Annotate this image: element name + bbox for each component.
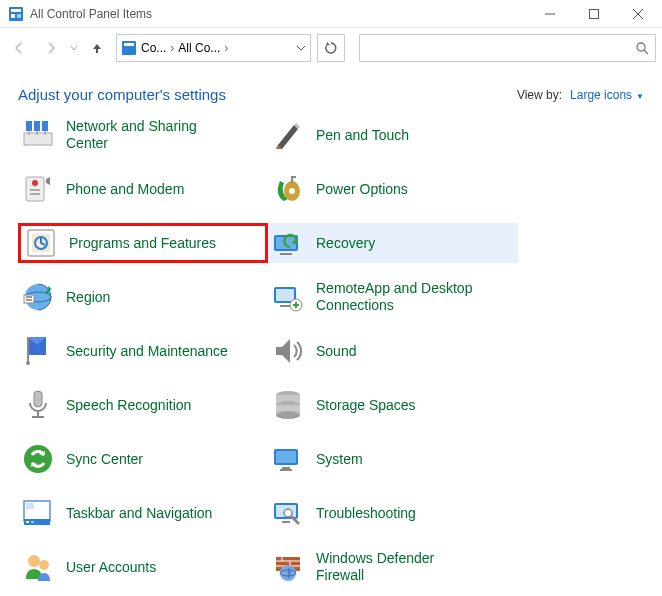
close-button[interactable] xyxy=(616,0,660,28)
svg-rect-1 xyxy=(11,9,21,12)
item-label: Speech Recognition xyxy=(66,397,191,414)
item-label: Troubleshooting xyxy=(316,505,416,522)
item-speech[interactable]: Speech Recognition xyxy=(18,385,268,425)
recovery-icon xyxy=(270,225,306,261)
maximize-button[interactable] xyxy=(572,0,616,28)
search-box[interactable] xyxy=(359,34,656,62)
item-label: Taskbar and Navigation xyxy=(66,505,212,522)
svg-rect-5 xyxy=(590,9,599,18)
item-label: Pen and Touch xyxy=(316,127,409,144)
address-bar[interactable]: Co... › All Co... › xyxy=(116,34,311,62)
svg-point-10 xyxy=(637,43,645,51)
network-sharing-icon xyxy=(20,117,56,153)
viewby-label: View by: xyxy=(517,88,562,102)
item-label: Recovery xyxy=(316,235,375,252)
control-panel-crumb-icon xyxy=(121,40,137,56)
region-icon xyxy=(20,279,56,315)
item-firewall[interactable]: Windows Defender Firewall xyxy=(268,547,518,587)
crumb-control-panel[interactable]: Co... xyxy=(141,41,166,55)
titlebar: All Control Panel Items xyxy=(0,0,662,28)
control-panel-icon xyxy=(8,6,24,22)
item-phone-modem[interactable]: Phone and Modem xyxy=(18,169,268,209)
item-label: Programs and Features xyxy=(69,235,216,252)
troubleshooting-icon xyxy=(270,495,306,531)
item-label: Security and Maintenance xyxy=(66,343,228,360)
taskbar-icon xyxy=(20,495,56,531)
svg-rect-3 xyxy=(17,14,21,18)
window-title: All Control Panel Items xyxy=(30,7,528,21)
item-taskbar[interactable]: Taskbar and Navigation xyxy=(18,493,268,533)
user-accounts-icon xyxy=(20,549,56,585)
header: Adjust your computer's settings View by:… xyxy=(0,68,662,109)
storage-icon xyxy=(270,387,306,423)
item-label: Storage Spaces xyxy=(316,397,416,414)
search-input[interactable] xyxy=(366,41,631,55)
item-recovery[interactable]: Recovery xyxy=(268,223,518,263)
item-troubleshooting[interactable]: Troubleshooting xyxy=(268,493,518,533)
address-dropdown-icon[interactable] xyxy=(296,43,306,53)
item-label: Sync Center xyxy=(66,451,143,468)
item-power[interactable]: Power Options xyxy=(268,169,518,209)
item-region[interactable]: Region xyxy=(18,277,268,317)
sync-icon xyxy=(20,441,56,477)
system-icon xyxy=(270,441,306,477)
page-title: Adjust your computer's settings xyxy=(18,86,517,103)
item-label: Phone and Modem xyxy=(66,181,184,198)
item-sync[interactable]: Sync Center xyxy=(18,439,268,479)
svg-line-11 xyxy=(644,50,648,54)
item-label: System xyxy=(316,451,363,468)
minimize-button[interactable] xyxy=(528,0,572,28)
search-icon xyxy=(635,41,649,55)
viewby-dropdown[interactable]: Large icons▼ xyxy=(570,88,644,102)
item-label: User Accounts xyxy=(66,559,156,576)
toolbar: Co... › All Co... › xyxy=(0,28,662,68)
recent-dropdown[interactable] xyxy=(70,44,78,52)
item-system[interactable]: System xyxy=(268,439,518,479)
item-network-sharing[interactable]: Network and Sharing Center xyxy=(18,115,268,155)
item-remoteapp[interactable]: RemoteApp and Desktop Connections xyxy=(268,277,518,317)
chevron-down-icon: ▼ xyxy=(636,92,644,101)
forward-button[interactable] xyxy=(38,35,64,61)
item-label: Network and Sharing Center xyxy=(66,118,236,152)
back-button[interactable] xyxy=(6,35,32,61)
pen-touch-icon xyxy=(270,117,306,153)
crumb-sep-icon: › xyxy=(170,41,174,55)
item-label: Sound xyxy=(316,343,356,360)
items-grid: Network and Sharing CenterPen and TouchP… xyxy=(0,109,662,596)
item-sound[interactable]: Sound xyxy=(268,331,518,371)
item-storage[interactable]: Storage Spaces xyxy=(268,385,518,425)
phone-modem-icon xyxy=(20,171,56,207)
crumb-sep-icon: › xyxy=(224,41,228,55)
item-user-accounts[interactable]: User Accounts xyxy=(18,547,268,587)
item-pen-touch[interactable]: Pen and Touch xyxy=(268,115,518,155)
item-label: RemoteApp and Desktop Connections xyxy=(316,280,486,314)
viewby-value: Large icons xyxy=(570,88,632,102)
up-button[interactable] xyxy=(84,35,110,61)
sound-icon xyxy=(270,333,306,369)
security-maintenance-icon xyxy=(20,333,56,369)
item-label: Windows Defender Firewall xyxy=(316,550,486,584)
svg-rect-2 xyxy=(11,14,15,18)
remoteapp-icon xyxy=(270,279,306,315)
refresh-button[interactable] xyxy=(317,34,345,62)
crumb-all-items[interactable]: All Co... xyxy=(178,41,220,55)
svg-rect-9 xyxy=(124,43,134,46)
item-security-maintenance[interactable]: Security and Maintenance xyxy=(18,331,268,371)
programs-features-icon xyxy=(23,225,59,261)
speech-icon xyxy=(20,387,56,423)
item-label: Power Options xyxy=(316,181,408,198)
firewall-icon xyxy=(270,549,306,585)
item-programs-features[interactable]: Programs and Features xyxy=(18,223,268,263)
power-icon xyxy=(270,171,306,207)
item-label: Region xyxy=(66,289,110,306)
